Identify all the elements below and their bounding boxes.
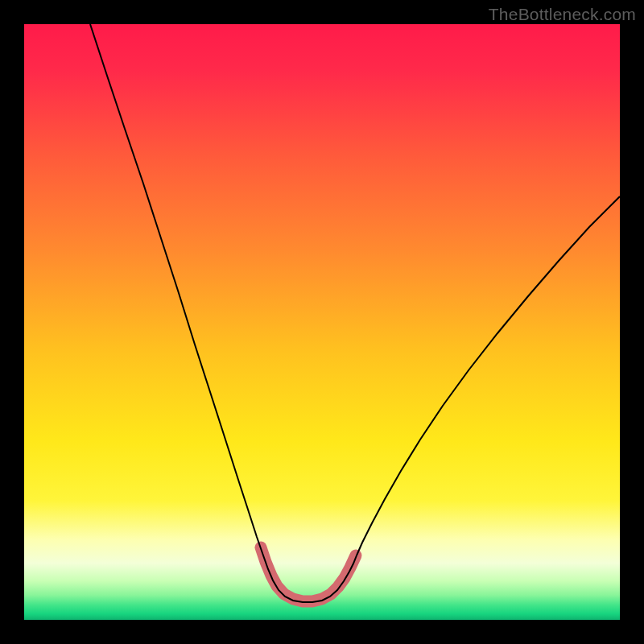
curve-layer	[24, 24, 620, 620]
valley-highlight-line	[261, 547, 356, 601]
plot-area	[24, 24, 620, 620]
left-arm-line	[90, 24, 357, 602]
right-arm-line	[357, 196, 620, 555]
watermark-text: TheBottleneck.com	[489, 5, 636, 24]
chart-frame: TheBottleneck.com	[0, 0, 644, 644]
